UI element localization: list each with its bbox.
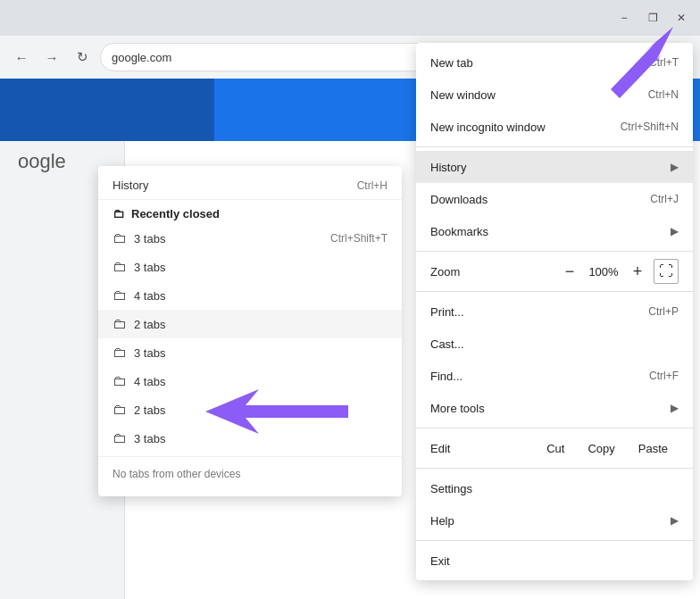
folder-icon: 🗀 — [112, 402, 127, 418]
folder-icon: 🗀 — [112, 316, 127, 332]
history-label: History — [430, 161, 663, 174]
exit-menu-item[interactable]: Exit — [416, 545, 693, 577]
tabs-item-text: 4 tabs — [134, 375, 388, 388]
help-menu-item[interactable]: Help ▶ — [416, 504, 693, 537]
paste-button[interactable]: Paste — [628, 438, 679, 459]
svg-marker-0 — [205, 389, 348, 434]
arrow-top-right-annotation — [584, 27, 673, 98]
folder-icon: 🗀 — [112, 345, 127, 361]
more-tools-menu-item[interactable]: More tools ▶ — [416, 392, 693, 424]
address-bar[interactable]: google.com — [100, 43, 462, 71]
chrome-menu: New tab Ctrl+T New window Ctrl+N New inc… — [416, 43, 693, 580]
list-item[interactable]: 🗀 3 tabs — [98, 338, 402, 367]
zoom-in-button[interactable]: + — [625, 259, 650, 284]
fullscreen-button[interactable]: ⛶ — [654, 259, 679, 284]
downloads-shortcut: Ctrl+J — [650, 193, 679, 205]
menu-divider-4 — [416, 428, 693, 428]
incognito-menu-item[interactable]: New incognito window Ctrl+Shift+N — [416, 111, 693, 143]
menu-divider-5 — [416, 468, 693, 469]
menu-divider-6 — [416, 540, 693, 541]
menu-divider-3 — [416, 291, 693, 292]
list-item[interactable]: 🗀 3 tabs Ctrl+Shift+T — [98, 224, 402, 253]
history-submenu: History Ctrl+H 🗀 Recently closed 🗀 3 tab… — [98, 166, 402, 496]
no-tabs-text: No tabs from other devices — [98, 456, 402, 491]
tabs-item-text: 3 tabs — [134, 232, 323, 245]
arrow-left-annotation — [205, 389, 348, 434]
tabs-item-text: 3 tabs — [134, 346, 388, 360]
folder-icon: 🗀 — [112, 430, 127, 446]
exit-label: Exit — [430, 554, 679, 568]
menu-divider-2 — [416, 251, 693, 252]
folder-icon: 🗀 — [112, 259, 127, 275]
recently-closed-folder-icon: 🗀 — [112, 207, 124, 220]
cast-label: Cast... — [430, 337, 679, 351]
zoom-out-button[interactable]: − — [557, 259, 582, 284]
tabs-item-text: 2 tabs — [134, 318, 388, 331]
downloads-label: Downloads — [430, 193, 643, 206]
history-menu-item[interactable]: History ▶ — [416, 151, 693, 183]
history-header: History Ctrl+H — [98, 171, 402, 200]
google-text: oogle — [18, 150, 66, 173]
list-item[interactable]: 🗀 3 tabs — [98, 253, 402, 281]
incognito-label: New incognito window — [430, 121, 613, 134]
folder-icon: 🗀 — [112, 230, 127, 246]
print-label: Print... — [430, 305, 641, 319]
more-tools-arrow-icon: ▶ — [671, 402, 679, 414]
browser-frame: − ❐ ✕ ← → ↻ google.com ☆ 🦊 T S ■ 🧩 🌐 ⋮ — [0, 0, 700, 599]
cut-button[interactable]: Cut — [536, 438, 575, 459]
zoom-value: 100% — [586, 265, 621, 279]
cast-menu-item[interactable]: Cast... — [416, 328, 693, 360]
help-label: Help — [430, 514, 663, 528]
tabs-item-shortcut: Ctrl+Shift+T — [330, 232, 388, 245]
print-shortcut: Ctrl+P — [648, 305, 679, 318]
forward-button[interactable]: → — [38, 43, 66, 71]
zoom-label: Zoom — [430, 265, 554, 279]
page-blue-box — [0, 79, 214, 141]
find-shortcut: Ctrl+F — [649, 370, 679, 382]
edit-buttons: Cut Copy Paste — [536, 438, 679, 459]
help-arrow-icon: ▶ — [671, 514, 679, 527]
incognito-shortcut: Ctrl+Shift+N — [621, 121, 679, 133]
zoom-controls: − 100% + ⛶ — [557, 259, 679, 284]
edit-row: Edit Cut Copy Paste — [416, 432, 693, 464]
list-item[interactable]: 🗀 2 tabs — [98, 310, 402, 338]
tabs-item-text: 4 tabs — [134, 289, 388, 303]
svg-marker-1 — [611, 27, 673, 98]
history-header-title: History — [112, 179, 148, 192]
zoom-row: Zoom − 100% + ⛶ — [416, 255, 693, 287]
find-menu-item[interactable]: Find... Ctrl+F — [416, 360, 693, 392]
copy-button[interactable]: Copy — [577, 438, 625, 459]
more-tools-label: More tools — [430, 402, 663, 415]
recently-closed-label: 🗀 Recently closed — [98, 200, 402, 224]
edit-label: Edit — [430, 442, 536, 455]
history-header-shortcut: Ctrl+H — [357, 179, 388, 192]
downloads-menu-item[interactable]: Downloads Ctrl+J — [416, 183, 693, 215]
reload-button[interactable]: ↻ — [68, 43, 96, 71]
bookmarks-label: Bookmarks — [430, 225, 663, 238]
find-label: Find... — [430, 370, 642, 383]
bookmarks-arrow-icon: ▶ — [671, 225, 679, 237]
print-menu-item[interactable]: Print... Ctrl+P — [416, 295, 693, 328]
address-text: google.com — [112, 51, 171, 64]
settings-label: Settings — [430, 482, 679, 495]
folder-icon: 🗀 — [112, 373, 127, 389]
list-item[interactable]: 🗀 4 tabs — [98, 281, 402, 310]
recently-closed-text: Recently closed — [131, 207, 220, 220]
menu-divider-1 — [416, 146, 693, 147]
folder-icon: 🗀 — [112, 287, 127, 304]
history-arrow-icon: ▶ — [671, 161, 679, 173]
back-button[interactable]: ← — [7, 43, 36, 71]
nav-icons-left: ← → ↻ — [7, 43, 96, 71]
settings-menu-item[interactable]: Settings — [416, 472, 693, 504]
bookmarks-menu-item[interactable]: Bookmarks ▶ — [416, 215, 693, 247]
tabs-item-text: 3 tabs — [134, 261, 388, 274]
